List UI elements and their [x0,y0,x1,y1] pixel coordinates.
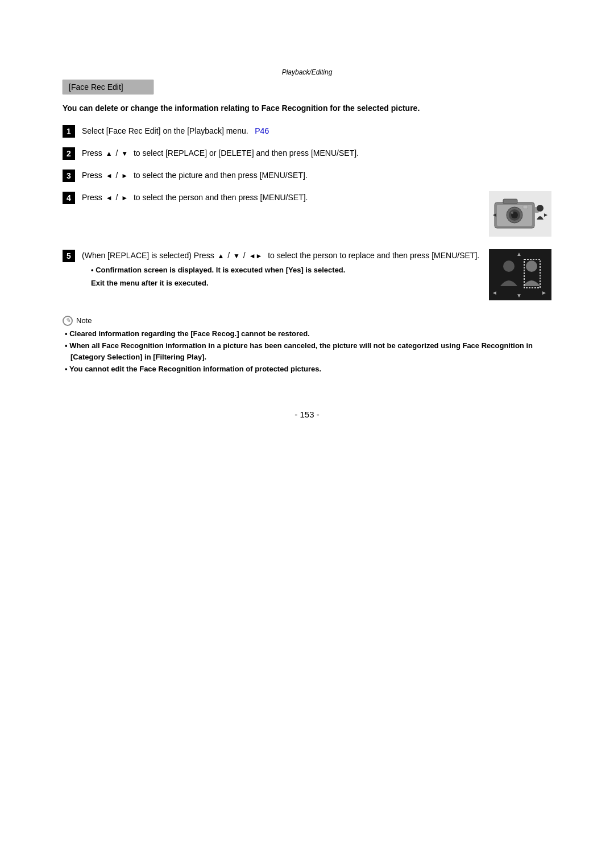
svg-text:◄: ◄ [492,290,497,296]
step-3-number: 3 [63,170,75,182]
step-5: 5 (When [REPLACE] is selected) Press ▲ /… [63,249,551,304]
step-1-link: P46 [255,126,269,135]
note-bullet-3: You cannot edit the Face Recognition inf… [65,363,551,375]
step-3: 3 Press ◄ / ► to select the picture and … [63,169,551,182]
step-5-content: (When [REPLACE] is selected) Press ▲ / ▼… [82,249,551,304]
note-icon-row: ✎ Note [63,316,551,326]
step-2-number: 2 [63,147,75,160]
arrow-left-icon: ◄ [106,171,113,181]
arrow-down2-icon: ▼ [233,251,240,262]
step-5-sub1: • Confirmation screen is displayed. It i… [91,264,480,276]
svg-rect-8 [523,205,528,209]
svg-rect-7 [503,199,517,204]
svg-text:▼: ▼ [516,292,522,299]
svg-point-15 [503,261,515,272]
arrow-up2-icon: ▲ [218,251,225,262]
svg-text:▲: ▲ [516,251,522,257]
step-4-image: ◄ ► [489,191,551,240]
step-4: 4 Press ◄ / ► to select the person and t… [63,191,551,240]
step-5-number: 5 [63,250,75,262]
arrow-left2-icon: ◄ [106,193,113,204]
intro-text: You can delete or change the information… [63,102,551,114]
step-5-text: (When [REPLACE] is selected) Press ▲ / ▼… [82,249,480,288]
step-5-subnotes: • Confirmation screen is displayed. It i… [82,264,480,289]
step-4-content: Press ◄ / ► to select the person and the… [82,191,551,240]
step-2: 2 Press ▲ / ▼ to select [REPLACE] or [DE… [63,147,551,160]
arrow-down-icon: ▼ [121,148,128,159]
step-2-content: Press ▲ / ▼ to select [REPLACE] or [DELE… [82,147,551,159]
step-4-text: Press ◄ / ► to select the person and the… [82,191,480,204]
arrow-lr-icon: ◄► [249,251,263,262]
page-container: Playback/Editing [Face Rec Edit] You can… [63,0,551,476]
note-section: ✎ Note Cleared information regarding the… [63,316,551,375]
note-label: Note [76,316,92,325]
step-4-number: 4 [63,192,75,204]
note-circle-icon: ✎ [63,316,73,326]
step-1-content: Select [Face Rec Edit] on the [Playback]… [82,125,551,137]
step-5-sub2: Exit the menu after it is executed. [91,278,480,289]
svg-point-10 [537,205,544,212]
step-1: 1 Select [Face Rec Edit] on the [Playbac… [63,125,551,138]
svg-point-16 [526,261,537,272]
note-bullet-2: When all Face Recognition information in… [65,340,551,364]
arrow-right2-icon: ► [121,193,128,204]
step-1-number: 1 [63,125,75,138]
section-label: Playback/Editing [63,68,551,76]
svg-text:►: ► [543,212,549,218]
arrow-up-icon: ▲ [106,148,113,159]
arrow-right-icon: ► [121,171,128,181]
svg-text:◄: ◄ [492,212,497,218]
svg-point-6 [511,212,513,214]
note-bullets-list: Cleared information regarding the [Face … [63,328,551,375]
note-bullet-1: Cleared information regarding the [Face … [65,328,551,340]
section-header: [Face Rec Edit] [63,80,154,94]
step-5-image: ◄ ► ▲ ▼ [489,249,551,304]
page-number: - 153 - [63,410,551,431]
svg-text:►: ► [541,290,547,296]
step-3-content: Press ◄ / ► to select the picture and th… [82,169,551,181]
